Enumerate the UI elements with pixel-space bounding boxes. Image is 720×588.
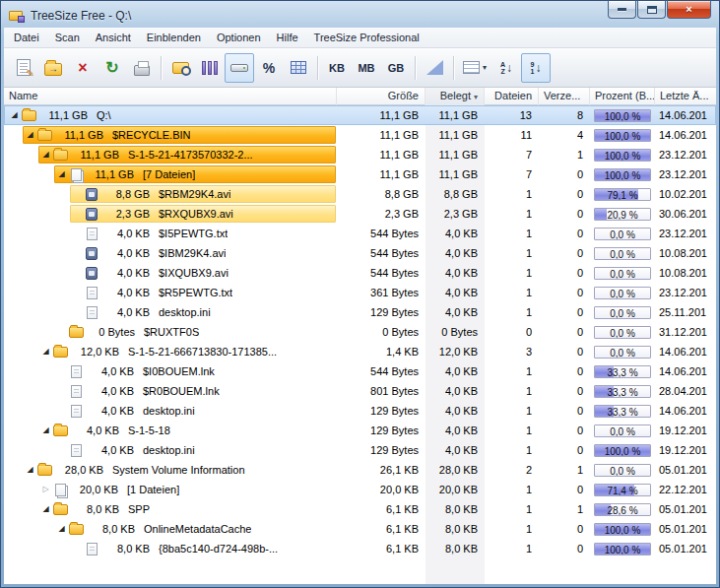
table-row[interactable]: ◢11,1 GBQ:\11,1 GB11,1 GB138100,0 %14.06…	[4, 105, 716, 125]
unit-mb-button[interactable]: MB	[352, 53, 381, 83]
details-view-button[interactable]	[225, 53, 254, 83]
percent-bar: 20,9 %	[594, 208, 651, 221]
table-row[interactable]: ◢11,1 GBS-1-5-21-4173570332-2...11,1 GB1…	[4, 145, 716, 164]
dateien-cell: 1	[485, 263, 539, 283]
table-row[interactable]: 4,0 KB$IBM29K4.avi544 Bytes4,0 KB100,0 %…	[4, 243, 716, 263]
percent-view-button[interactable]: %	[254, 53, 284, 83]
table-row[interactable]: 4,0 KB$R5PEWTG.txt361 Bytes4,0 KB100,0 %…	[4, 283, 716, 302]
verze-cell: 1	[539, 145, 590, 164]
media-icon	[86, 208, 98, 221]
table-row[interactable]: ◢12,0 KBS-1-5-21-666713830-171385...1,4 …	[4, 342, 716, 361]
verze-cell: 0	[539, 381, 590, 401]
tree-expander-icon[interactable]: ◢	[55, 525, 68, 533]
refresh-button[interactable]: ↻	[98, 53, 127, 83]
table-row[interactable]: 4,0 KBdesktop.ini129 Bytes4,0 KB100,0 %2…	[4, 302, 716, 322]
tree-expander-icon[interactable]: ◢	[39, 505, 52, 513]
row-highlight: 0 Bytes$RUXTF0S	[54, 323, 336, 341]
tree-expander-icon[interactable]: ◢	[39, 348, 52, 356]
close-button[interactable]: ×	[667, 0, 711, 19]
row-highlight: 4,0 KB$IBM29K4.avi	[70, 244, 336, 262]
menu-item-scan[interactable]: Scan	[47, 29, 88, 46]
tree-expander-icon[interactable]: ◢	[8, 111, 21, 119]
percent-value: 0,0 %	[595, 465, 650, 476]
item-size-label: 0 Bytes	[88, 326, 135, 338]
menu-item-optionen[interactable]: Optionen	[209, 29, 269, 46]
date-cell: 19.12.201	[655, 421, 716, 440]
row-highlight: 4,0 KB$R0BOUEM.lnk	[54, 382, 336, 400]
table-row[interactable]: ◢8,0 KBSPP6,1 KB8,0 KB1128,6 %05.01.201	[4, 499, 716, 519]
minimize-button[interactable]	[608, 0, 636, 19]
row-highlight: ▷20,0 KB[1 Dateien]	[38, 481, 336, 498]
table-row[interactable]: 4,0 KB$R0BOUEM.lnk801 Bytes4,0 KB1033,3 …	[4, 381, 716, 401]
column-header-belegt[interactable]: Belegt▾	[425, 88, 485, 105]
chart-view-button[interactable]	[420, 53, 449, 83]
table-row[interactable]: ◢28,0 KBSystem Volume Information26,1 KB…	[4, 460, 716, 480]
delete-button[interactable]: ×	[68, 53, 98, 83]
menu-item-datei[interactable]: Datei	[6, 29, 47, 46]
item-size-label: 8,8 GB	[102, 188, 150, 200]
tree-expander-icon[interactable]: ◢	[24, 131, 36, 139]
tree-expander-icon[interactable]: ◢	[55, 170, 68, 178]
unit-gb-button[interactable]: GB	[381, 53, 411, 83]
item-name: OnlineMetadataCache	[144, 523, 251, 535]
tree-expander-icon[interactable]: ◢	[24, 466, 36, 474]
table-row[interactable]: 8,0 KB{8ba5c140-d724-498b-...6,1 KB8,0 K…	[4, 539, 716, 558]
tree-expander-icon[interactable]: ▷	[39, 486, 52, 493]
table-row[interactable]: 4,0 KB$I5PEWTG.txt544 Bytes4,0 KB100,0 %…	[4, 224, 716, 243]
export-report-button[interactable]	[9, 53, 38, 83]
table-row[interactable]: 0 Bytes$RUXTF0S0 Bytes0 Bytes000,0 %31.1…	[4, 322, 716, 342]
percent-value: 0,0 %	[595, 307, 650, 318]
tree-expander-icon[interactable]: ◢	[39, 426, 52, 434]
unit-kb-button[interactable]: KB	[322, 53, 352, 83]
table-row[interactable]: ◢4,0 KBS-1-5-18129 Bytes4,0 KB100,0 %19.…	[4, 421, 716, 440]
item-size-label: 12,0 KB	[72, 346, 119, 358]
search-button[interactable]	[165, 53, 195, 83]
table-row[interactable]: 4,0 KB$I0BOUEM.lnk544 Bytes4,0 KB1033,3 …	[4, 361, 716, 381]
column-header-letzte[interactable]: Letzte Ä...	[655, 88, 716, 105]
sort-alpha-button[interactable]: AZ↓	[491, 53, 521, 83]
menu-item-treesize-professional[interactable]: TreeSize Professional	[306, 29, 427, 46]
column-header-prozent-b[interactable]: Prozent (B...	[590, 88, 655, 105]
table-row[interactable]: 4,0 KBdesktop.ini129 Bytes4,0 KB10100,0 …	[4, 440, 716, 460]
grid-icon	[291, 61, 306, 74]
refresh-icon: ↻	[105, 60, 118, 76]
grid-view-button[interactable]	[284, 53, 313, 83]
table-row[interactable]: 4,0 KBdesktop.ini129 Bytes4,0 KB1033,3 %…	[4, 401, 716, 421]
menu-item-hilfe[interactable]: Hilfe	[269, 29, 306, 46]
table-row[interactable]: 8,8 GB$RBM29K4.avi8,8 GB8,8 GB1079,1 %10…	[4, 184, 716, 204]
column-header-dateien[interactable]: Dateien	[485, 88, 539, 105]
percent-bar: 100,0 %	[594, 109, 651, 122]
item-size-label: 4,0 KB	[102, 247, 150, 259]
date-cell: 05.01.201	[655, 539, 716, 558]
table-row[interactable]: 4,0 KB$IXQUBX9.avi544 Bytes4,0 KB100,0 %…	[4, 263, 716, 283]
print-button[interactable]	[127, 53, 157, 83]
row-highlight: 4,0 KB$R5PEWTG.txt	[70, 284, 336, 301]
dateien-cell: 1	[485, 440, 539, 460]
column-header-name[interactable]: Name	[4, 88, 337, 105]
groesse-cell: 6,1 KB	[337, 539, 425, 558]
column-header-gr-e[interactable]: Größe	[337, 88, 425, 105]
table-row[interactable]: ▷20,0 KB[1 Dateien]20,0 KB20,0 KB1071,4 …	[4, 480, 716, 499]
view-mode-button[interactable]: ▾	[458, 53, 491, 83]
dateien-cell: 2	[485, 460, 539, 480]
menu-item-einblenden[interactable]: Einblenden	[139, 29, 209, 46]
sort-size-button[interactable]: 91↓	[521, 53, 551, 83]
dropdown-caret-icon: ▾	[483, 63, 487, 72]
table-row[interactable]: 2,3 GB$RXQUBX9.avi2,3 GB2,3 GB1020,9 %30…	[4, 204, 716, 224]
table-row[interactable]: ◢8,0 KBOnlineMetadataCache6,1 KB8,0 KB10…	[4, 519, 716, 539]
row-highlight: 4,0 KBdesktop.ini	[54, 402, 336, 420]
maximize-button[interactable]	[637, 0, 666, 19]
percent-icon: %	[263, 61, 275, 75]
table-row[interactable]: ◢11,1 GB$RECYCLE.BIN11,1 GB11,1 GB114100…	[4, 125, 716, 145]
select-directory-button[interactable]	[38, 53, 68, 83]
tree-expander-icon[interactable]: ◢	[39, 151, 52, 159]
dateien-cell: 1	[485, 243, 539, 263]
name-cell: ◢11,1 GBS-1-5-21-4173570332-2...	[4, 145, 337, 164]
name-cell: 4,0 KB$IXQUBX9.avi	[4, 263, 337, 283]
groesse-cell: 801 Bytes	[337, 381, 425, 401]
column-header-verze[interactable]: Verze...	[539, 88, 590, 105]
columns-view-button[interactable]	[195, 53, 225, 83]
menu-item-ansicht[interactable]: Ansicht	[88, 29, 139, 46]
date-cell: 22.12.201	[655, 480, 716, 499]
table-row[interactable]: ◢11,1 GB[7 Dateien]11,1 GB11,1 GB70100,0…	[4, 164, 716, 184]
